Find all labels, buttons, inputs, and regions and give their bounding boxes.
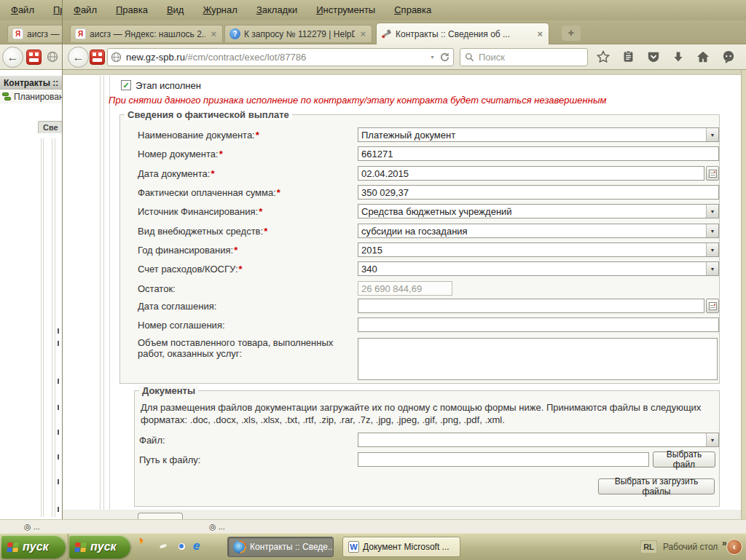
chevron-down-icon[interactable]: ▼ [706, 433, 718, 446]
desktop-toolbar-label[interactable]: Рабочий стол [663, 542, 718, 552]
system-tray: RL Рабочий стол » ‹ [640, 534, 746, 560]
taskbar: пуск пуск e Контракты :: Сведе... W Доку… [0, 533, 746, 560]
quicklaunch-ie-icon[interactable]: e [193, 540, 208, 554]
tab-yandex-search[interactable]: Я аисгз — Яндекс: нашлось 2... × [70, 25, 223, 42]
back-button[interactable]: ← [68, 47, 89, 68]
urlbar-dropdown-icon[interactable]: ▼ [430, 55, 435, 60]
file-path-input[interactable] [358, 452, 649, 467]
menu-bookmarks[interactable]: Закладки [247, 1, 307, 20]
url-domain: new.gz-spb.ru [126, 52, 185, 63]
pocket-icon[interactable] [647, 50, 660, 63]
menu-tools[interactable]: Инструменты [307, 1, 385, 20]
calendar-icon [709, 170, 717, 178]
download-icon[interactable] [672, 50, 684, 63]
chevron-down-icon[interactable]: ▼ [706, 224, 718, 237]
funding-year-select[interactable]: 2015 ▼ [358, 242, 719, 257]
menu-edit[interactable]: Правка [106, 1, 157, 20]
back-button[interactable]: ← [2, 47, 23, 68]
reload-icon[interactable] [439, 52, 450, 63]
required-asterisk: * [277, 187, 280, 198]
navbar: ← new.gz-spb.ru/#cm/contract/exec/lot/87… [63, 44, 746, 70]
extrabudget-type-select[interactable]: субсидии на госзадания ▼ [358, 224, 719, 238]
hello-chat-icon[interactable] [722, 50, 735, 63]
search-input[interactable] [479, 52, 573, 63]
form-row: Год финансирования:* 2015 ▼ [63, 242, 746, 260]
agreement-date-input[interactable] [358, 299, 704, 313]
start-label: пуск [23, 540, 49, 553]
paid-amount-input[interactable] [358, 185, 719, 200]
sidebar-item-planning[interactable]: Планирован [0, 90, 62, 103]
clipped-text-fragment [58, 507, 59, 512]
delivered-volume-textarea[interactable] [358, 338, 718, 380]
taskbar-button-label: Документ Microsoft ... [363, 542, 449, 552]
clipped-text-fragment [58, 379, 59, 384]
funding-source-select[interactable]: Средства бюджетных учреждений ▼ [358, 204, 719, 218]
yandex-bookmarks-icon[interactable] [90, 50, 105, 65]
windows-logo-icon [74, 543, 86, 552]
url-field[interactable]: new.gz-spb.ru/#cm/contract/exec/lot/8778… [107, 48, 454, 66]
quicklaunch-chrome-icon[interactable] [175, 540, 189, 554]
reading-list-icon[interactable] [622, 50, 635, 63]
field-label: Остаток: [138, 283, 355, 294]
upload-files-button[interactable]: Выбрать и загрузить файлы [598, 478, 715, 494]
file-select[interactable]: ▼ [358, 433, 719, 447]
menu-file[interactable]: Файл [64, 1, 106, 20]
menubar: Файл Правка Вид Журнал Закладки Инструме… [63, 0, 746, 20]
stage-done-checkbox[interactable]: ✓ [121, 80, 131, 90]
close-icon[interactable]: × [358, 28, 367, 39]
bookmark-star-icon[interactable] [597, 50, 610, 63]
label-text: Номер документа: [138, 149, 219, 159]
search-box [460, 48, 588, 66]
yandex-favicon: Я [75, 28, 86, 39]
clipped-text-fragment [58, 479, 59, 484]
agreement-number-input[interactable] [358, 318, 719, 332]
new-tab-button[interactable]: + [562, 25, 581, 41]
select-value: 2015 [358, 245, 706, 256]
chevron-down-icon[interactable]: ▼ [706, 128, 718, 141]
globe-icon [111, 52, 122, 63]
quicklaunch-blue-app-icon[interactable] [157, 540, 171, 554]
taskbar-button-contracts[interactable]: Контракты :: Сведе... [227, 537, 334, 557]
field-label: Файл: [139, 435, 356, 446]
expense-account-select[interactable]: 340 ▼ [358, 261, 719, 276]
document-date-input[interactable] [358, 166, 704, 181]
close-icon[interactable]: × [209, 28, 218, 39]
chevron-down-icon[interactable]: ▼ [706, 262, 718, 275]
yandex-bookmarks-icon[interactable] [26, 50, 42, 65]
back-window-tab[interactable]: Я аисгз — [7, 25, 63, 42]
clipped-button[interactable] [138, 513, 183, 519]
menu-help[interactable]: Справка [385, 1, 441, 20]
quicklaunch-firefox-icon[interactable] [138, 540, 153, 554]
chevron-down-icon[interactable]: ▼ [706, 243, 718, 256]
tab-contracts-active[interactable]: Контракты :: Сведения об ... × [376, 23, 549, 44]
menu-history[interactable]: Журнал [193, 1, 246, 20]
menu-edit[interactable]: Правка [44, 1, 63, 20]
start-button[interactable]: пуск [1, 535, 66, 559]
form-row: Источник Финансирования:* Средства бюдже… [63, 204, 746, 221]
document-name-select[interactable]: Платежный документ ▼ [358, 127, 719, 142]
home-icon[interactable] [696, 50, 710, 63]
close-icon[interactable]: × [535, 28, 544, 39]
label-text: Фактически оплаченная сумма: [138, 187, 276, 198]
menu-file[interactable]: Файл [1, 1, 44, 20]
field-label: Вид внебюджетных средств:* [138, 226, 355, 237]
taskbar-button-word[interactable]: W Документ Microsoft ... [342, 537, 460, 557]
menu-view[interactable]: Вид [157, 1, 194, 20]
tab-helpdesk[interactable]: ? К запросу № 112279 | HelpD... × [224, 25, 372, 42]
window-seam [68, 534, 68, 560]
start-button-remote[interactable]: пуск [69, 535, 130, 559]
choose-file-button[interactable]: Выбрать файл [653, 451, 715, 468]
tray-collapse-icon[interactable]: ‹ [726, 539, 742, 555]
chevron-down-icon[interactable]: ▼ [706, 205, 718, 218]
language-indicator[interactable]: RL [640, 540, 657, 553]
documents-fieldset-legend: Документы [139, 385, 198, 396]
document-number-input[interactable] [358, 146, 719, 161]
date-picker-button[interactable] [706, 299, 719, 313]
back-panel-tab[interactable]: Све [38, 121, 63, 133]
required-asterisk: * [264, 226, 267, 237]
word-icon: W [348, 541, 359, 553]
tab-title: Контракты :: Сведения об ... [396, 29, 532, 39]
date-picker-button[interactable] [706, 166, 719, 181]
search-icon [465, 52, 474, 62]
field-label: Счет расходов/КОСГУ:* [138, 264, 355, 275]
